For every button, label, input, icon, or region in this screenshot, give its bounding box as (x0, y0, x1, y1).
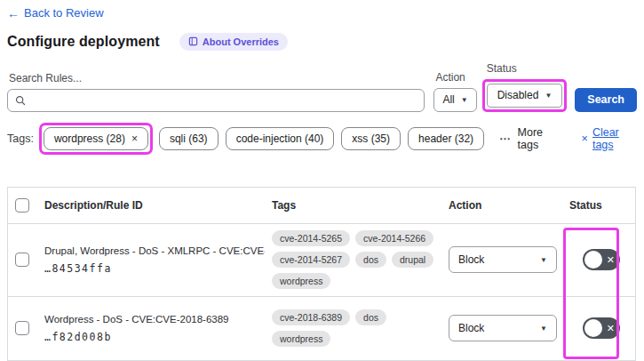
search-button[interactable]: Search (575, 88, 637, 112)
about-overrides-label: About Overrides (203, 36, 279, 47)
rule-tag-chip: wordpress (272, 273, 330, 289)
highlight-box-status-filter: Disabled ▼ (482, 79, 568, 112)
tag-filter-label: code-injection (40) (236, 132, 324, 145)
back-arrow-icon: ← (7, 7, 20, 20)
rule-tag-chip: dos (355, 309, 386, 325)
tags-bar: Tags: wordpress (28) × sqli (63) code-in… (7, 123, 637, 155)
search-rules-input[interactable] (31, 94, 417, 107)
back-to-review-link[interactable]: ← Back to Review (7, 6, 104, 20)
search-rules-label: Search Rules... (9, 72, 425, 84)
filter-row: Search Rules... Action All ▼ Status Disa… (7, 62, 637, 112)
rule-status-toggle[interactable]: ✕ (583, 249, 620, 270)
search-rules-box (7, 89, 425, 112)
clear-tags-label: Clear tags (592, 126, 637, 151)
title-row: Configure deployment About Overrides (7, 33, 637, 51)
tag-filter-xss[interactable]: xss (35) (341, 127, 401, 150)
more-tags-button[interactable]: ⋯ More tags (499, 126, 561, 151)
rule-id: …f82d008b (44, 331, 265, 343)
rule-description: Drupal, Wordpress - DoS - XMLRPC - CVE:C… (44, 245, 265, 256)
rule-description: Wordpress - DoS - CVE:CVE-2018-6389 (44, 314, 265, 325)
select-all-checkbox[interactable] (15, 198, 29, 213)
rule-tag-chip: drupal (392, 252, 433, 268)
tag-filter-label: wordpress (28) (54, 132, 125, 145)
column-header-tags: Tags (272, 199, 449, 212)
toggle-knob (584, 319, 602, 337)
tag-filter-label: xss (35) (352, 132, 390, 145)
tags-bar-label: Tags: (7, 132, 34, 145)
table-row: Wordpress - DoS - CVE:CVE-2018-6389 …f82… (8, 297, 635, 361)
rule-tag-chip: cve-2018-6389 (272, 309, 350, 325)
tag-filter-label: sqli (63) (170, 132, 208, 145)
book-icon (188, 36, 198, 46)
toggle-off-icon: ✕ (607, 255, 615, 265)
column-header-description: Description/Rule ID (44, 199, 272, 212)
rule-action-value: Block (458, 253, 484, 266)
row-checkbox[interactable] (15, 321, 29, 335)
status-filter-label: Status (487, 62, 568, 75)
rule-action-dropdown[interactable]: Block ▼ (449, 246, 557, 273)
page-title: Configure deployment (7, 34, 160, 50)
tag-filter-wordpress[interactable]: wordpress (28) × (44, 127, 148, 150)
clear-tags-button[interactable]: × Clear tags (582, 126, 637, 151)
rule-tag-chip: wordpress (272, 331, 330, 347)
chevron-down-icon: ▼ (540, 325, 547, 333)
rule-id: …84534ffa (44, 262, 265, 275)
rule-tag-chip: cve-2014-5266 (355, 230, 433, 246)
highlight-box-selected-tag: wordpress (28) × (39, 123, 153, 155)
table-header-row: Description/Rule ID Tags Action Status (8, 188, 635, 224)
action-filter-value: All (442, 93, 454, 106)
row-checkbox[interactable] (15, 253, 29, 267)
clear-x-icon: × (582, 132, 588, 145)
column-header-action: Action (449, 199, 569, 212)
rule-status-toggle[interactable]: ✕ (583, 317, 620, 339)
more-tags-label: More tags (518, 126, 561, 151)
column-header-status: Status (569, 199, 635, 212)
back-link-label: Back to Review (24, 6, 104, 20)
rule-tag-chip: cve-2014-5267 (272, 252, 350, 268)
chevron-down-icon: ▼ (461, 96, 468, 104)
rule-tag-chip: dos (355, 252, 386, 268)
action-filter-dropdown[interactable]: All ▼ (433, 88, 476, 112)
tag-filter-header[interactable]: header (32) (408, 127, 484, 150)
rules-table: Description/Rule ID Tags Action Status D… (7, 187, 636, 361)
status-filter-value: Disabled (497, 89, 539, 101)
tag-filter-sqli[interactable]: sqli (63) (159, 127, 219, 150)
table-row: Drupal, Wordpress - DoS - XMLRPC - CVE:C… (8, 224, 635, 297)
toggle-knob (584, 251, 602, 269)
chevron-down-icon: ▼ (545, 92, 552, 100)
toggle-off-icon: ✕ (607, 324, 615, 333)
tag-filter-code-injection[interactable]: code-injection (40) (226, 127, 335, 150)
remove-tag-icon[interactable]: × (131, 132, 138, 145)
chevron-down-icon: ▼ (540, 256, 547, 264)
search-icon (15, 95, 26, 106)
rule-tag-chip: cve-2014-5265 (272, 230, 350, 246)
rule-action-value: Block (458, 322, 484, 334)
tag-filter-label: header (32) (418, 132, 473, 145)
status-filter-dropdown[interactable]: Disabled ▼ (487, 84, 563, 108)
about-overrides-badge[interactable]: About Overrides (179, 33, 288, 51)
ellipsis-icon: ⋯ (499, 132, 512, 145)
action-filter-label: Action (435, 71, 476, 84)
rule-action-dropdown[interactable]: Block ▼ (449, 315, 557, 341)
